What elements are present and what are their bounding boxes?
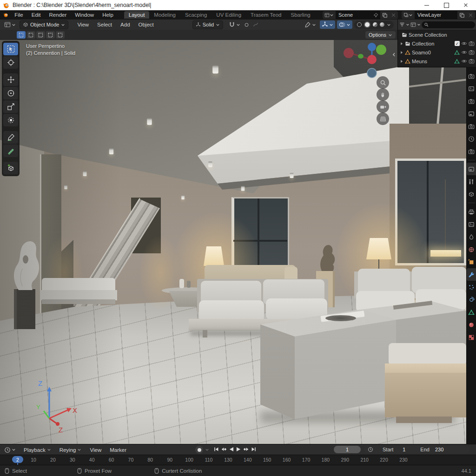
menu-edit[interactable]: Edit — [27, 12, 45, 18]
timeline-menu-marker[interactable]: Marker — [106, 447, 131, 453]
properties-tab-sphere[interactable] — [467, 318, 476, 331]
transport-skip-start-button[interactable] — [213, 445, 220, 453]
transport-kf-next-button[interactable] — [243, 445, 250, 453]
overlays-toggle[interactable] — [337, 20, 352, 29]
zoom-button[interactable] — [377, 76, 389, 89]
eye-icon[interactable] — [461, 40, 467, 46]
properties-tab-cam[interactable] — [467, 145, 476, 158]
start-value[interactable]: 1 — [403, 447, 405, 452]
transport-play-button[interactable] — [235, 445, 242, 453]
pin-icon[interactable] — [371, 11, 380, 19]
tool-measure[interactable] — [3, 145, 18, 157]
visibility-dropdown[interactable] — [303, 20, 318, 29]
minimize-button[interactable] — [423, 1, 430, 9]
properties-tab-printer[interactable] — [467, 205, 476, 218]
close-button[interactable] — [462, 1, 469, 9]
scene-type-icon[interactable] — [323, 11, 336, 19]
properties-tab-tri[interactable] — [467, 306, 476, 318]
chevron-down-icon[interactable] — [406, 23, 410, 26]
checkbox-icon[interactable]: ✓ — [455, 41, 460, 46]
timeline-ruler[interactable]: 1020304060708090100110130140150160170180… — [0, 455, 476, 465]
workspace-tab-scacping[interactable]: Scacping — [180, 11, 212, 19]
end-value[interactable]: 230 — [435, 447, 443, 452]
properties-tab-image[interactable] — [467, 82, 476, 95]
snap-button[interactable] — [227, 20, 242, 29]
shading-wireframe-button[interactable] — [357, 22, 362, 27]
menu-file[interactable]: File — [10, 12, 27, 18]
chevron-down-icon[interactable] — [417, 23, 421, 26]
shading-material-button[interactable] — [373, 22, 377, 27]
transport-skip-end-button[interactable] — [250, 445, 257, 453]
editor-type-button[interactable] — [2, 20, 18, 29]
viewlayer-name[interactable]: ViewLayer — [415, 11, 457, 19]
viewport-menu-select[interactable]: Select — [93, 22, 116, 27]
viewlayer-selector[interactable]: ViewLayer — [402, 11, 475, 19]
new-scene-button[interactable] — [380, 11, 389, 19]
scene-name[interactable]: Scene — [336, 11, 371, 19]
outliner-item-meuns[interactable]: Meuns — [398, 57, 476, 66]
tool-move[interactable] — [3, 73, 18, 86]
tool-rotate[interactable] — [3, 87, 18, 99]
properties-tab-cube-sm[interactable] — [467, 188, 476, 200]
properties-tab-card[interactable] — [467, 163, 476, 175]
expand-arrow-icon[interactable] — [400, 60, 403, 63]
camera-icon[interactable] — [469, 58, 475, 64]
proportional-edit-button[interactable] — [242, 20, 251, 29]
select-extend-button[interactable] — [26, 31, 35, 39]
properties-tab-image[interactable] — [467, 218, 476, 231]
filter-icon[interactable] — [399, 22, 405, 27]
options-dropdown[interactable]: Options — [365, 31, 396, 39]
remove-viewlayer-button[interactable] — [466, 11, 475, 19]
orientation-dropdown[interactable]: Solid — [192, 20, 223, 29]
transport-play-rev-button[interactable] — [228, 445, 235, 453]
workspace-tab-trasem-teod[interactable]: Trasem Teod — [246, 11, 286, 19]
tool-transform[interactable] — [3, 114, 18, 126]
properties-tab-world[interactable] — [467, 243, 476, 256]
properties-tab-checker[interactable] — [467, 331, 476, 344]
properties-tab-cam[interactable] — [467, 95, 476, 107]
timeline-menu-playback[interactable]: Playback — [20, 447, 55, 453]
menu-help[interactable]: Help — [98, 12, 118, 18]
properties-tab-particles[interactable] — [467, 281, 476, 293]
menu-render[interactable]: Render — [45, 12, 71, 18]
outliner-item-collection[interactable]: Collection✓ — [398, 39, 476, 48]
eye-icon[interactable] — [461, 49, 467, 55]
workspace-tab-sbarling[interactable]: Sbarling — [286, 11, 315, 19]
select-intersect-button[interactable] — [56, 31, 65, 39]
outliner-item-soamo0[interactable]: Soamo0 — [398, 48, 476, 57]
camera-view-button[interactable] — [377, 100, 389, 113]
eye-icon[interactable] — [461, 58, 467, 64]
perspective-toggle-button[interactable] — [377, 112, 389, 125]
scene-selector[interactable]: Scene — [323, 11, 398, 19]
properties-tab-cam[interactable] — [467, 120, 476, 132]
camera-icon[interactable] — [469, 40, 475, 46]
shading-rendered-button[interactable] — [380, 22, 384, 27]
menu-window[interactable]: Window — [71, 12, 98, 18]
expand-arrow-icon[interactable] — [400, 51, 403, 54]
timeline-menu-reying[interactable]: Reying — [55, 447, 86, 453]
auto-keying-button[interactable] — [195, 446, 203, 454]
transport-kf-prev-button[interactable] — [220, 445, 227, 453]
properties-tab-card[interactable] — [467, 107, 476, 120]
workspace-tab-analistion[interactable]: Analistion — [315, 11, 319, 19]
timeline-editor-type-button[interactable] — [2, 446, 18, 454]
workspace-tab-layout[interactable]: Layout — [124, 11, 150, 19]
outliner-search[interactable] — [422, 21, 475, 28]
maximize-button[interactable] — [443, 1, 450, 9]
properties-tab-wrench[interactable] — [467, 268, 476, 281]
properties-tab-cam[interactable] — [467, 70, 476, 82]
region-collapse-chevron[interactable] — [391, 50, 397, 57]
display-mode-icon[interactable] — [410, 22, 416, 27]
gizmos-toggle[interactable] — [320, 20, 335, 29]
select-new-button[interactable] — [17, 31, 26, 39]
viewport-menu-add[interactable]: Add — [116, 22, 134, 27]
select-subtract-button[interactable] — [36, 31, 45, 39]
tool-add-cube[interactable] — [3, 162, 18, 174]
viewport-menu-view[interactable]: View — [73, 22, 93, 27]
falloff-button[interactable] — [251, 20, 260, 29]
workspace-tab-uv-ediling[interactable]: UV Ediling — [212, 11, 246, 19]
blender-menu-icon[interactable] — [3, 11, 8, 19]
tool-scale[interactable] — [3, 100, 18, 113]
properties-tab-tool[interactable] — [467, 175, 476, 188]
select-invert-button[interactable] — [46, 31, 55, 39]
